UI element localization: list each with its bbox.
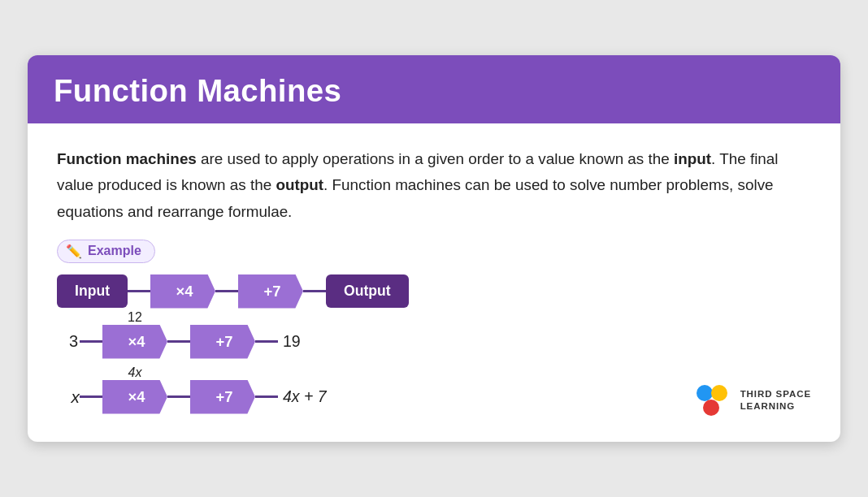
op2-box-algebraic: +7: [190, 380, 255, 414]
desc-bold1: Function machines: [57, 150, 197, 167]
desc-bold3: output: [276, 176, 323, 193]
output-box: Output: [326, 274, 409, 308]
op2-wrapper-header: +7: [238, 274, 303, 309]
circle-blue: [697, 385, 713, 401]
connector-line-3: [303, 290, 326, 292]
above-label-a1: 4x: [128, 365, 142, 380]
description-text: Function machines are used to apply oper…: [57, 146, 811, 224]
connector-a2: [167, 395, 190, 398]
example-badge: ✏️ Example: [57, 240, 155, 263]
op2-wrapper-algebraic: +7: [190, 380, 255, 414]
tsl-text: THIRD SPACE LEARNING: [740, 388, 811, 413]
header: Function Machines: [28, 55, 840, 123]
connector-n3: [255, 340, 278, 343]
above-label-n1: 12: [128, 310, 142, 325]
op1-box-numeric: ×4: [102, 325, 167, 359]
op1-box-header: ×4: [150, 274, 215, 309]
output-val-algebraic: 4x + 7: [283, 387, 327, 406]
input-box: Input: [57, 274, 128, 308]
connector-n1: [80, 340, 102, 343]
desc-bold2: input: [674, 150, 711, 167]
connector-n2: [167, 340, 190, 343]
circle-yellow: [711, 385, 727, 401]
algebraic-and-logo-row: x 4x ×4 +7 4x + 7: [57, 372, 811, 422]
connector-a1: [80, 395, 102, 398]
op1-wrapper-algebraic: 4x ×4: [102, 380, 167, 414]
op2-box-header: +7: [238, 274, 303, 309]
connector-line-2: [215, 290, 238, 292]
page-title: Function Machines: [54, 73, 814, 109]
connector-a3: [255, 395, 278, 398]
input-val-numeric: 3: [57, 332, 80, 351]
pencil-icon: ✏️: [66, 244, 82, 259]
input-val-algebraic: x: [57, 387, 80, 407]
tsl-company: THIRD SPACE: [740, 388, 811, 400]
desc-text2: are used to apply operations in a given …: [197, 150, 674, 167]
diagram-header-row: Input ×4 +7 Output: [57, 274, 811, 309]
tsl-subtitle: LEARNING: [740, 400, 811, 413]
op1-wrapper-header: ×4: [150, 274, 215, 309]
op2-wrapper-numeric: +7: [190, 325, 255, 359]
diagram-numeric-row: 3 12 ×4 +7 19: [57, 317, 811, 367]
example-label: Example: [88, 244, 141, 258]
example-section: ✏️ Example Input ×4 +7 Output 3: [57, 240, 811, 422]
main-card: Function Machines Function machines are …: [28, 55, 840, 441]
diagram-algebraic-row: x 4x ×4 +7 4x + 7: [57, 372, 327, 422]
op1-wrapper-numeric: 12 ×4: [102, 325, 167, 359]
connector-line-1: [128, 290, 150, 292]
tsl-logo: THIRD SPACE LEARNING: [697, 378, 811, 416]
op1-box-algebraic: ×4: [102, 380, 167, 414]
content-area: Function machines are used to apply oper…: [28, 123, 840, 441]
circle-red: [703, 400, 719, 416]
tsl-circles: [697, 385, 732, 416]
op2-box-numeric: +7: [190, 325, 255, 359]
output-val-numeric: 19: [283, 332, 301, 351]
